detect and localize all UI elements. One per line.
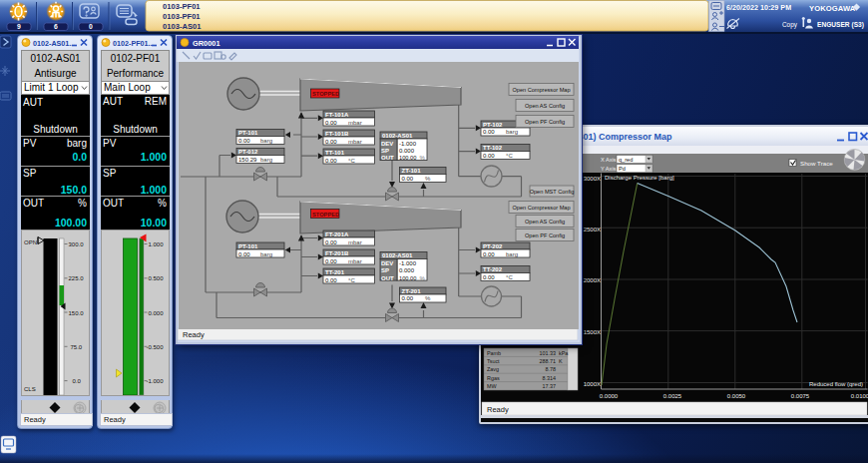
- svg-text:0.00: 0.00: [325, 258, 337, 264]
- svg-text:OPN: OPN: [24, 239, 37, 245]
- svg-text:Show Trace: Show Trace: [800, 160, 833, 167]
- svg-text:101.33: 101.33: [540, 350, 557, 356]
- svg-text:100.00: 100.00: [399, 155, 416, 161]
- svg-text:100.00: 100.00: [399, 275, 416, 281]
- svg-text:%: %: [420, 155, 426, 161]
- svg-text:0.00: 0.00: [325, 239, 337, 245]
- svg-text:°C: °C: [506, 153, 513, 159]
- svg-text:barg: barg: [506, 129, 518, 135]
- svg-text:0.000: 0.000: [399, 267, 415, 273]
- svg-text:0.0: 0.0: [73, 378, 82, 384]
- svg-text:°C: °C: [506, 274, 513, 280]
- svg-text:Open Compressor Map: Open Compressor Map: [512, 87, 570, 93]
- svg-text:ENGUSER (S3): ENGUSER (S3): [817, 21, 864, 29]
- svg-text:0.0100: 0.0100: [851, 393, 868, 399]
- svg-text:X Axis: X Axis: [601, 157, 617, 163]
- svg-text:FT-201B: FT-201B: [325, 250, 349, 256]
- svg-text:-1.000: -1.000: [399, 141, 417, 147]
- svg-text:Reduced flow (qred): Reduced flow (qred): [809, 381, 863, 387]
- svg-text:0.00: 0.00: [238, 251, 250, 257]
- svg-text:75.0: 75.0: [71, 344, 83, 350]
- svg-text:TT-101: TT-101: [325, 150, 345, 156]
- svg-text:0102-PF01...: 0102-PF01...: [113, 39, 155, 48]
- svg-text:PT-012: PT-012: [238, 149, 258, 155]
- svg-text:Open AS Config: Open AS Config: [525, 219, 565, 225]
- svg-text:Open MST Config: Open MST Config: [530, 189, 575, 195]
- svg-text:0.00: 0.00: [325, 139, 337, 145]
- svg-text:150.29: 150.29: [238, 157, 257, 163]
- svg-text:0.00: 0.00: [483, 251, 495, 257]
- svg-text:Y Axis: Y Axis: [601, 166, 617, 172]
- svg-text:8.78: 8.78: [546, 366, 557, 372]
- svg-text:150.0: 150.0: [69, 310, 85, 316]
- svg-text:Open AS Config: Open AS Config: [525, 103, 565, 109]
- svg-text:0.0050: 0.0050: [727, 393, 746, 399]
- svg-text:0103-AS01: 0103-AS01: [163, 22, 202, 31]
- svg-text:9: 9: [17, 23, 21, 30]
- svg-text:Tsuct: Tsuct: [487, 358, 500, 364]
- svg-text:2500X: 2500X: [584, 227, 601, 232]
- svg-text:PT-101: PT-101: [238, 243, 258, 249]
- svg-text:FT-101A: FT-101A: [325, 112, 349, 118]
- svg-text:FT-101B: FT-101B: [325, 131, 349, 137]
- svg-text:0.00: 0.00: [325, 120, 337, 126]
- svg-text:DEV: DEV: [381, 260, 393, 266]
- svg-text:Zavg: Zavg: [487, 366, 499, 372]
- svg-text:%: %: [420, 275, 426, 281]
- svg-text:6: 6: [54, 23, 58, 30]
- svg-text:CLS: CLS: [24, 386, 36, 392]
- svg-text:TT-202: TT-202: [483, 266, 503, 272]
- svg-text:PT-102: PT-102: [483, 122, 503, 128]
- svg-text:-1.000: -1.000: [399, 260, 417, 266]
- svg-text:TT-102: TT-102: [483, 145, 503, 151]
- svg-text:0.00: 0.00: [483, 274, 495, 280]
- svg-text:PT-101: PT-101: [238, 130, 258, 136]
- svg-text:0103-PF01: 0103-PF01: [163, 2, 201, 11]
- svg-text:FT-201A: FT-201A: [325, 232, 349, 237]
- svg-text:OUT: OUT: [381, 275, 394, 281]
- svg-text:mbar: mbar: [348, 120, 362, 126]
- svg-text:0.00: 0.00: [402, 176, 414, 182]
- svg-text:DEV: DEV: [381, 141, 393, 147]
- svg-text:GR0001: GR0001: [193, 39, 220, 48]
- svg-text:1.000: 1.000: [149, 241, 165, 247]
- svg-text:1000X: 1000X: [584, 381, 601, 387]
- svg-text:-1.000: -1.000: [147, 378, 165, 384]
- svg-text:0.00: 0.00: [483, 129, 495, 135]
- svg-text:SP: SP: [381, 148, 389, 154]
- svg-text:Copy: Copy: [782, 21, 798, 29]
- svg-text:0.00: 0.00: [483, 153, 495, 159]
- svg-text:TT-201: TT-201: [325, 269, 345, 275]
- svg-text:288.71: 288.71: [540, 358, 557, 364]
- svg-text:0102-AS01: 0102-AS01: [382, 252, 413, 258]
- svg-text:8.314: 8.314: [543, 375, 557, 381]
- svg-text:°C: °C: [348, 158, 355, 164]
- svg-text:Discharge Pressure [barg]: Discharge Pressure [barg]: [605, 175, 674, 181]
- svg-text:barg: barg: [260, 138, 272, 144]
- svg-text:0.000: 0.000: [399, 148, 415, 154]
- svg-text:0102-AS01...: 0102-AS01...: [33, 39, 75, 48]
- svg-text:°C: °C: [348, 277, 355, 283]
- svg-text:Open Compressor Map: Open Compressor Map: [512, 205, 570, 211]
- svg-text:0.00: 0.00: [402, 295, 414, 301]
- svg-text:mbar: mbar: [348, 239, 362, 245]
- svg-text:K: K: [559, 358, 563, 364]
- svg-text:0.00: 0.00: [238, 138, 250, 144]
- svg-text:0.0000: 0.0000: [600, 393, 619, 399]
- svg-text:Open PF Config: Open PF Config: [525, 232, 565, 238]
- svg-text:q_red: q_red: [619, 157, 633, 163]
- svg-text:barg: barg: [260, 251, 272, 257]
- svg-text:1500X: 1500X: [584, 329, 601, 335]
- svg-text:barg: barg: [506, 251, 518, 257]
- svg-text:kPa: kPa: [559, 350, 568, 356]
- svg-text:0.0025: 0.0025: [663, 393, 682, 399]
- svg-text:mbar: mbar: [348, 258, 362, 264]
- svg-text:STOPPED: STOPPED: [312, 212, 339, 218]
- svg-text:300.0: 300.0: [69, 241, 85, 247]
- svg-text:Pamb: Pamb: [487, 350, 501, 356]
- svg-text:mbar: mbar: [348, 139, 362, 145]
- svg-text:Rgas: Rgas: [487, 375, 500, 381]
- svg-text:Ready: Ready: [183, 330, 205, 339]
- svg-text:YOKOGAWA: YOKOGAWA: [809, 4, 856, 13]
- svg-text:PT-202: PT-202: [483, 243, 503, 249]
